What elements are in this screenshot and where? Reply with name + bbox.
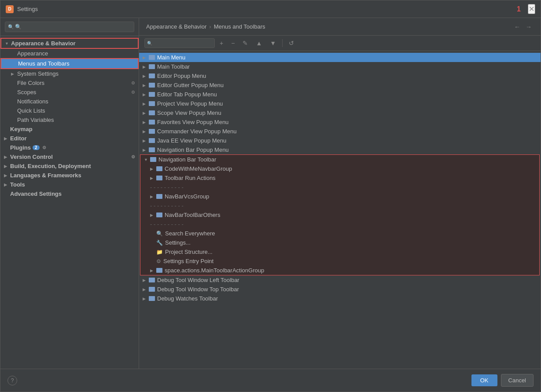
sidebar-item-tools[interactable]: ▶ Tools (0, 180, 139, 189)
sidebar-item-appearance[interactable]: Appearance (0, 49, 139, 58)
menu-row-favorites-view-popup[interactable]: ▶ Favorites View Popup Menu (139, 117, 541, 127)
expand-icon: ▶ (143, 278, 149, 282)
menu-row-navbar-toolbar[interactable]: ▼ Navigation Bar Toolbar (140, 155, 539, 164)
sidebar-item-editor[interactable]: ▶ Editor (0, 134, 139, 143)
menu-row-space-actions[interactable]: ▶ space.actions.MainToolbarActionGroup (140, 266, 539, 275)
row-label: Editor Gutter Popup Menu (157, 82, 224, 88)
expand-arrow: ▶ (4, 164, 10, 169)
expand-icon: ▶ (143, 111, 149, 115)
sidebar-item-label: Quick Lists (17, 107, 45, 114)
menu-row-debug-tool-left[interactable]: ▶ Debug Tool Window Left Toolbar (139, 275, 541, 285)
titlebar: D Settings 1 ✕ (0, 0, 541, 18)
bottom-bar: ? OK Cancel (0, 369, 541, 392)
sidebar-section-label: Tools (10, 181, 25, 188)
sidebar-item-keymap[interactable]: Keymap (0, 125, 139, 134)
folder-icon (149, 55, 155, 60)
menu-row-main-menu[interactable]: ▶ Main Menu (139, 53, 541, 62)
bottom-left: ? (7, 376, 17, 385)
sidebar-search-input[interactable] (5, 22, 134, 32)
content-toolbar: 🔍 + − ✎ ▲ ▼ ↺ (139, 36, 541, 51)
row-label: Commander View Popup Menu (157, 128, 236, 135)
row-label: CodeWithMeNavbarGroup (165, 165, 232, 172)
close-button[interactable]: ✕ (528, 4, 535, 14)
nav-forward-button[interactable]: → (524, 22, 534, 31)
sidebar-item-languages-frameworks[interactable]: ▶ Languages & Frameworks (0, 171, 139, 180)
sidebar-item-file-colors[interactable]: File Colors ⚙ (0, 78, 139, 88)
expand-icon: ▶ (143, 83, 149, 88)
sidebar-section-label: Keymap (10, 126, 33, 132)
menu-row-java-ee-view-popup[interactable]: ▶ Java EE View Popup Menu (139, 136, 541, 145)
move-up-button[interactable]: ▲ (253, 38, 265, 48)
expand-icon: ▶ (143, 297, 149, 301)
menu-row-editor-tab-popup[interactable]: ▶ Editor Tab Popup Menu (139, 90, 541, 99)
sidebar-item-path-variables[interactable]: Path Variables (0, 115, 139, 125)
window-title: Settings (17, 6, 517, 12)
add-button[interactable]: + (217, 38, 226, 48)
folder-icon (149, 278, 155, 282)
nav-back-button[interactable]: ← (512, 22, 522, 31)
reset-button[interactable]: ↺ (286, 38, 297, 48)
menu-row-main-toolbar[interactable]: ▶ Main Toolbar (139, 62, 541, 71)
folder-icon (149, 120, 155, 125)
menu-row-project-structure[interactable]: 📁 Project Structure... (140, 247, 539, 256)
sep-label: - - - - - - - - - - (150, 184, 184, 191)
sidebar-section-label: Advanced Settings (10, 191, 62, 197)
right-panel: Appearance & Behavior › Menus and Toolba… (139, 18, 541, 369)
help-button[interactable]: ? (7, 376, 17, 385)
project-icon: 📁 (156, 249, 163, 255)
menu-row-navbar-popup[interactable]: ▶ Navigation Bar Popup Menu (139, 145, 541, 154)
sidebar-item-appearance-behavior[interactable]: ▼ Appearance & Behavior (0, 38, 139, 49)
wrench-icon: 🔧 (156, 240, 163, 246)
row-label: Search Everywhere (165, 230, 215, 237)
sidebar-item-system-settings[interactable]: ▶ System Settings (0, 69, 139, 78)
navbar-toolbar-group: 3 导航栏工具栏 ▼ Navigation Bar Toolbar ▶ (140, 154, 540, 275)
sidebar-item-menus-toolbars[interactable]: Menus and Toolbars (0, 58, 139, 69)
sidebar-item-plugins[interactable]: Plugins 2 ⚙ (0, 143, 139, 152)
row-label: space.actions.MainToolbarActionGroup (165, 267, 264, 274)
folder-icon (149, 92, 155, 97)
menu-row-settings-entry-point[interactable]: ⚙ Settings Entry Point (140, 256, 539, 266)
sidebar-item-advanced-settings[interactable]: Advanced Settings (0, 189, 139, 198)
breadcrumb-nav: ← → (512, 22, 534, 31)
row-label: NavBarVcsGroup (165, 193, 209, 200)
row-label: Navigation Bar Popup Menu (157, 147, 229, 153)
content-area: ▶ Main Menu ▶ Main Toolbar ▶ Edit (139, 51, 541, 369)
annotation-1: 1 (517, 5, 521, 13)
sidebar-item-notifications[interactable]: Notifications (0, 97, 139, 106)
expand-icon: ▶ (143, 139, 149, 143)
remove-button[interactable]: − (228, 38, 238, 48)
move-down-button[interactable]: ▼ (267, 38, 279, 48)
menu-row-navbar-vcs-group[interactable]: ▶ NavBarVcsGroup (140, 192, 539, 201)
sidebar-item-quick-lists[interactable]: Quick Lists (0, 106, 139, 115)
menu-row-navbar-toolbar-others[interactable]: ▶ NavBarToolBarOthers (140, 210, 539, 220)
row-label: Editor Tab Popup Menu (157, 91, 217, 98)
menu-row-debug-tool-top[interactable]: ▶ Debug Tool Window Top Toolbar (139, 285, 541, 294)
expand-arrow: ▶ (11, 72, 17, 76)
toolbar-search-input[interactable] (144, 38, 215, 48)
menu-row-toolbar-run-actions[interactable]: ▶ Toolbar Run Actions (140, 173, 539, 183)
folder-icon (149, 83, 155, 88)
menu-row-settings[interactable]: 🔧 Settings... (140, 238, 539, 247)
folder-icon (149, 147, 155, 152)
menu-row-scope-view-popup[interactable]: ▶ Scope View Popup Menu (139, 108, 541, 117)
folder-icon (149, 110, 155, 115)
sidebar-item-version-control[interactable]: ▶ Version Control ⚙ (0, 152, 139, 161)
ok-button[interactable]: OK (471, 374, 497, 386)
sidebar-item-scopes[interactable]: Scopes ⚙ (0, 88, 139, 97)
menu-row-project-view-popup[interactable]: ▶ Project View Popup Menu (139, 99, 541, 108)
edit-button[interactable]: ✎ (239, 38, 251, 48)
menu-row-commander-view-popup[interactable]: ▶ Commander View Popup Menu (139, 127, 541, 136)
row-label: Debug Watches Toolbar (157, 295, 218, 302)
menu-row-search-everywhere[interactable]: 🔍 Search Everywhere (140, 229, 539, 238)
expand-arrow: ▶ (4, 136, 10, 141)
menu-row-codewithme-navbar[interactable]: ▶ CodeWithMeNavbarGroup (140, 164, 539, 173)
toolbar-search-container: 🔍 (144, 38, 215, 48)
menu-row-editor-popup[interactable]: ▶ Editor Popup Menu (139, 71, 541, 81)
expand-icon: ▶ (150, 194, 156, 199)
sidebar-item-build-execution[interactable]: ▶ Build, Execution, Deployment (0, 161, 139, 171)
settings-icon: ⚙ (131, 90, 135, 95)
menu-row-editor-gutter-popup[interactable]: ▶ Editor Gutter Popup Menu (139, 81, 541, 90)
cancel-button[interactable]: Cancel (501, 374, 534, 387)
separator-2: - - - - - - - - - - (140, 201, 539, 210)
menu-row-debug-watches[interactable]: ▶ Debug Watches Toolbar (139, 294, 541, 303)
